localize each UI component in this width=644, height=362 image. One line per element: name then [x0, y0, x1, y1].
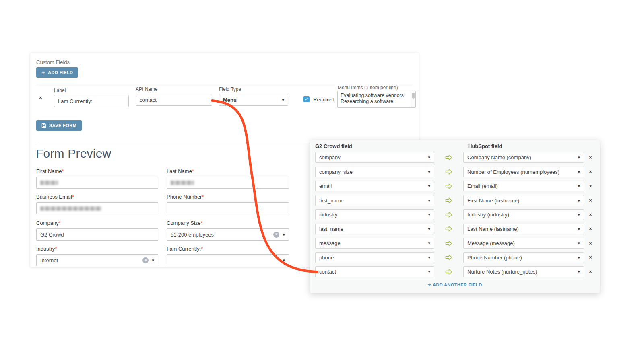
save-icon — [41, 123, 46, 128]
phone-number-label: Phone Number* — [167, 194, 204, 200]
remove-field-button[interactable]: × — [39, 95, 42, 101]
g2-field-select[interactable]: industry ▾ — [315, 209, 434, 220]
add-another-field-button[interactable]: +ADD ANOTHER FIELD — [310, 282, 600, 288]
remove-mapping-button[interactable]: × — [586, 255, 594, 260]
add-field-label: ADD FIELD — [48, 70, 73, 75]
company-size-select[interactable]: 51-200 employees × ▾ — [167, 228, 289, 241]
required-checkbox[interactable]: ✓ — [303, 96, 310, 102]
add-another-field-label: ADD ANOTHER FIELD — [433, 282, 482, 287]
caret-down-icon: ▾ — [578, 269, 580, 274]
remove-mapping-button[interactable]: × — [586, 269, 594, 275]
map-arrow — [434, 239, 463, 247]
clear-icon[interactable]: × — [273, 232, 279, 238]
hubspot-field-select[interactable]: Last Name (lastname) ▾ — [463, 224, 584, 234]
api-name-caption: API Name — [136, 86, 158, 92]
map-arrow — [434, 182, 463, 190]
required-label: Required — [313, 97, 334, 103]
hubspot-field-select[interactable]: Industry (industry) ▾ — [463, 209, 584, 220]
last-name-input[interactable] — [167, 177, 289, 189]
field-mapping-panel: G2 Crowd field HubSpot field company ▾ — [310, 140, 600, 293]
textarea-scrollbar[interactable] — [411, 92, 415, 107]
i-am-currently-select[interactable]: ▾ — [167, 254, 289, 266]
redacted-value — [40, 181, 58, 185]
hubspot-field-select[interactable]: Company Name (company) ▾ — [463, 152, 584, 163]
first-name-input[interactable] — [36, 177, 158, 189]
hubspot-field-value: Company Name (company) — [467, 154, 578, 160]
mapping-row: company ▾ Company Name (company) ▾ × — [315, 152, 594, 163]
g2-field-select[interactable]: last_name ▾ — [315, 224, 434, 234]
remove-mapping-button[interactable]: × — [586, 226, 594, 232]
map-arrow — [434, 168, 463, 176]
scrollbar-thumb[interactable] — [412, 93, 415, 99]
remove-mapping-button[interactable]: × — [586, 155, 594, 160]
remove-mapping-button[interactable]: × — [586, 197, 594, 203]
field-type-select[interactable]: Menu ▾ — [219, 94, 288, 106]
g2-field-select[interactable]: email ▾ — [315, 181, 434, 191]
g2-field-value: company_size — [319, 169, 428, 175]
g2-field-value: industry — [319, 212, 428, 218]
hubspot-field-select[interactable]: Phone Number (phone) ▾ — [463, 252, 584, 263]
required-asterisk: * — [72, 194, 74, 200]
g2-field-select[interactable]: message ▾ — [315, 238, 434, 249]
arrow-right-icon — [445, 196, 453, 204]
hubspot-field-select[interactable]: Message (message) ▾ — [463, 238, 584, 249]
industry-label: Industry* — [36, 246, 57, 252]
g2-field-value: contact — [319, 269, 428, 275]
menu-items-textarea[interactable]: Evaluating software vendors Researching … — [337, 91, 416, 108]
add-field-button[interactable]: + ADD FIELD — [36, 67, 78, 78]
first-name-label: First Name* — [36, 168, 64, 174]
caret-down-icon: ▾ — [428, 170, 430, 174]
business-email-input[interactable] — [36, 202, 158, 214]
caret-down-icon: ▾ — [428, 255, 430, 260]
required-asterisk: * — [201, 246, 203, 252]
caret-down-icon: ▾ — [578, 184, 580, 188]
hubspot-field-header: HubSpot field — [468, 143, 502, 149]
hubspot-field-value: Nurture Notes (nurture_notes) — [467, 269, 578, 275]
g2-field-select[interactable]: first_name ▾ — [315, 195, 434, 206]
remove-mapping-button[interactable]: × — [586, 212, 594, 218]
remove-mapping-button[interactable]: × — [586, 183, 594, 189]
arrow-right-icon — [445, 182, 453, 190]
api-name-input[interactable] — [136, 94, 212, 106]
mapping-row: last_name ▾ Last Name (lastname) ▾ × — [315, 224, 594, 234]
save-form-button[interactable]: SAVE FORM — [36, 120, 82, 131]
plus-icon: + — [41, 70, 45, 76]
g2-field-select[interactable]: company ▾ — [315, 152, 434, 163]
label-caption: Label — [54, 88, 66, 93]
hubspot-field-value: Number of Employees (numemployees) — [467, 169, 578, 175]
arrow-right-icon — [445, 154, 453, 162]
arrow-right-icon — [445, 211, 453, 219]
g2-field-select[interactable]: contact ▾ — [315, 266, 434, 277]
company-input[interactable] — [36, 228, 158, 241]
caret-down-icon: ▾ — [428, 227, 430, 231]
hubspot-field-value: Last Name (lastname) — [467, 226, 578, 232]
hubspot-field-select[interactable]: First Name (firstname) ▾ — [463, 195, 584, 206]
caret-down-icon: ▾ — [152, 258, 154, 263]
label-input[interactable] — [54, 95, 129, 107]
phone-number-input[interactable] — [167, 202, 289, 214]
mapping-rows: company ▾ Company Name (company) ▾ × — [315, 152, 594, 277]
remove-mapping-button[interactable]: × — [586, 169, 594, 175]
arrow-right-icon — [445, 253, 453, 261]
arrow-right-icon — [445, 168, 453, 176]
company-size-label: Company Size* — [167, 220, 203, 226]
menu-items-caption: Menu Items (1 item per line) — [338, 85, 398, 90]
industry-select[interactable]: Internet × ▾ — [36, 254, 158, 266]
hubspot-field-value: Phone Number (phone) — [467, 255, 578, 261]
g2-field-select[interactable]: phone ▾ — [315, 252, 434, 263]
map-arrow — [434, 154, 463, 162]
divider — [36, 84, 413, 84]
caret-down-icon: ▾ — [283, 258, 285, 263]
g2-field-select[interactable]: company_size ▾ — [315, 167, 434, 177]
map-arrow — [434, 211, 463, 219]
mapping-row: company_size ▾ Number of Employees (nume… — [315, 167, 594, 177]
remove-mapping-button[interactable]: × — [586, 241, 594, 246]
caret-down-icon: ▾ — [428, 155, 430, 160]
caret-down-icon: ▾ — [428, 198, 430, 203]
hubspot-field-select[interactable]: Email (email) ▾ — [463, 181, 584, 191]
clear-icon[interactable]: × — [142, 257, 149, 263]
caret-down-icon: ▾ — [283, 232, 285, 237]
hubspot-field-select[interactable]: Nurture Notes (nurture_notes) ▾ — [463, 266, 584, 277]
g2-field-value: first_name — [319, 197, 428, 204]
hubspot-field-select[interactable]: Number of Employees (numemployees) ▾ — [463, 167, 584, 177]
